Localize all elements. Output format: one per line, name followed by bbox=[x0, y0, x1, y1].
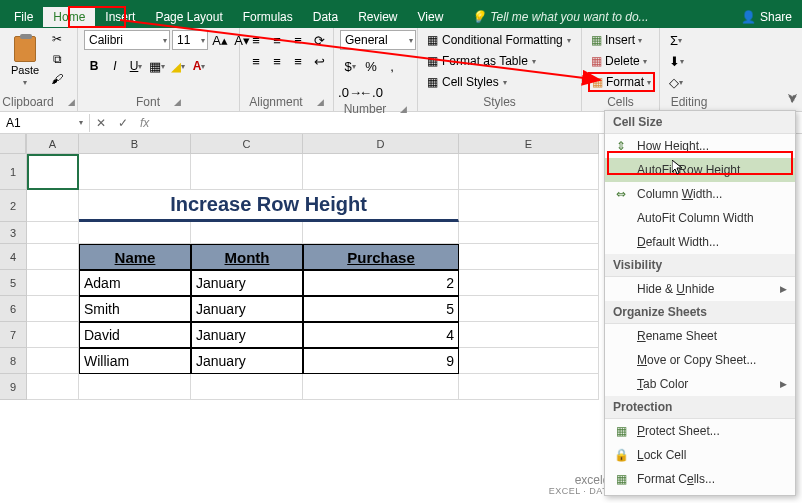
row-header[interactable]: 7 bbox=[0, 322, 26, 348]
col-header[interactable]: D bbox=[303, 134, 459, 154]
dialog-launcher-icon[interactable]: ◢ bbox=[400, 104, 407, 114]
row-header[interactable]: 2 bbox=[0, 190, 26, 222]
border-button[interactable]: ▦▾ bbox=[147, 56, 167, 76]
tell-me-search[interactable]: 💡Tell me what you want to do... bbox=[471, 10, 648, 24]
cell[interactable] bbox=[459, 190, 599, 222]
row-header[interactable]: 8 bbox=[0, 348, 26, 374]
tab-formulas[interactable]: Formulas bbox=[233, 7, 303, 27]
cell[interactable]: Smith bbox=[79, 296, 191, 322]
cells-format-button[interactable]: ▦Format▾ bbox=[588, 72, 655, 92]
number-format-combo[interactable]: General▾ bbox=[340, 30, 416, 50]
select-all-corner[interactable] bbox=[0, 134, 26, 154]
align-top-button[interactable]: ≡ bbox=[246, 30, 266, 50]
table-header[interactable]: Month bbox=[191, 244, 303, 270]
fx-icon[interactable]: fx bbox=[134, 116, 149, 130]
cell[interactable]: 4 bbox=[303, 322, 459, 348]
cell[interactable]: January bbox=[191, 322, 303, 348]
cell[interactable] bbox=[459, 270, 599, 296]
menu-hide-unhide[interactable]: ·Hide & Unhide▶ bbox=[605, 277, 795, 301]
cell[interactable] bbox=[27, 348, 79, 374]
cell[interactable]: January bbox=[191, 270, 303, 296]
cells-delete-button[interactable]: ▦Delete▾ bbox=[588, 51, 655, 71]
cell[interactable]: 5 bbox=[303, 296, 459, 322]
format-painter-button[interactable]: 🖌 bbox=[48, 70, 66, 88]
row-header[interactable]: 9 bbox=[0, 374, 26, 400]
cell[interactable]: David bbox=[79, 322, 191, 348]
pin-ribbon-icon[interactable]: ⮟ bbox=[787, 92, 798, 104]
accounting-button[interactable]: $▾ bbox=[340, 56, 360, 76]
menu-rename-sheet[interactable]: ·Rename Sheet bbox=[605, 324, 795, 348]
menu-move-copy-sheet[interactable]: ·Move or Copy Sheet... bbox=[605, 348, 795, 372]
col-header[interactable]: E bbox=[459, 134, 599, 154]
format-as-table-button[interactable]: ▦Format as Table▾ bbox=[424, 51, 574, 71]
dialog-launcher-icon[interactable]: ◢ bbox=[174, 97, 181, 107]
tab-view[interactable]: View bbox=[408, 7, 454, 27]
orientation-button[interactable]: ⟳ bbox=[309, 30, 329, 50]
cell[interactable]: Adam bbox=[79, 270, 191, 296]
row-header[interactable]: 1 bbox=[0, 154, 26, 190]
italic-button[interactable]: I bbox=[105, 56, 125, 76]
row-header[interactable]: 6 bbox=[0, 296, 26, 322]
table-header[interactable]: Name bbox=[79, 244, 191, 270]
cell[interactable] bbox=[79, 222, 191, 244]
cell[interactable] bbox=[459, 348, 599, 374]
cell[interactable] bbox=[27, 322, 79, 348]
underline-button[interactable]: U▾ bbox=[126, 56, 146, 76]
row-header[interactable]: 3 bbox=[0, 222, 26, 244]
comma-button[interactable]: , bbox=[382, 56, 402, 76]
conditional-formatting-button[interactable]: ▦Conditional Formatting▾ bbox=[424, 30, 574, 50]
cut-button[interactable]: ✂ bbox=[48, 30, 66, 48]
menu-autofit-column-width[interactable]: ·AutoFit Column Width bbox=[605, 206, 795, 230]
cell[interactable] bbox=[191, 222, 303, 244]
menu-protect-sheet[interactable]: ▦Protect Sheet... bbox=[605, 419, 795, 443]
cell-styles-button[interactable]: ▦Cell Styles▾ bbox=[424, 72, 574, 92]
menu-column-width[interactable]: ⇔Column Width... bbox=[605, 182, 795, 206]
tab-review[interactable]: Review bbox=[348, 7, 407, 27]
decrease-decimal-button[interactable]: ←.0 bbox=[361, 82, 381, 102]
share-button[interactable]: 👤Share bbox=[741, 10, 792, 24]
cell[interactable] bbox=[459, 374, 599, 400]
clear-button[interactable]: ◇▾ bbox=[666, 72, 686, 92]
cell[interactable] bbox=[303, 154, 459, 190]
cell[interactable] bbox=[303, 374, 459, 400]
increase-font-button[interactable]: A▴ bbox=[210, 30, 230, 50]
cell[interactable] bbox=[27, 296, 79, 322]
font-name-combo[interactable]: Calibri▾ bbox=[84, 30, 170, 50]
cell[interactable] bbox=[459, 244, 599, 270]
cell[interactable] bbox=[191, 154, 303, 190]
font-size-combo[interactable]: 11▾ bbox=[172, 30, 208, 50]
align-middle-button[interactable]: ≡ bbox=[267, 30, 287, 50]
tab-pagelayout[interactable]: Page Layout bbox=[145, 7, 232, 27]
align-left-button[interactable]: ≡ bbox=[246, 51, 266, 71]
tab-insert[interactable]: Insert bbox=[95, 7, 145, 27]
cell[interactable]: January bbox=[191, 348, 303, 374]
tab-data[interactable]: Data bbox=[303, 7, 348, 27]
increase-decimal-button[interactable]: .0→ bbox=[340, 82, 360, 102]
enter-button[interactable]: ✓ bbox=[112, 116, 134, 130]
cell[interactable]: William bbox=[79, 348, 191, 374]
menu-default-width[interactable]: ·Default Width... bbox=[605, 230, 795, 254]
name-box[interactable]: A1▾ bbox=[0, 114, 90, 132]
font-color-button[interactable]: A▾ bbox=[189, 56, 209, 76]
menu-autofit-row-height[interactable]: ·AutoFit Row Height bbox=[605, 158, 795, 182]
percent-button[interactable]: % bbox=[361, 56, 381, 76]
dialog-launcher-icon[interactable]: ◢ bbox=[68, 97, 75, 107]
sheet-title[interactable]: Increase Row Height bbox=[79, 190, 459, 222]
tab-home[interactable]: Home bbox=[43, 7, 95, 27]
menu-format-cells[interactable]: ▦Format Cells... bbox=[605, 467, 795, 491]
fill-color-button[interactable]: ◢▾ bbox=[168, 56, 188, 76]
align-center-button[interactable]: ≡ bbox=[267, 51, 287, 71]
cell[interactable] bbox=[303, 222, 459, 244]
bold-button[interactable]: B bbox=[84, 56, 104, 76]
table-header[interactable]: Purchase bbox=[303, 244, 459, 270]
menu-row-height[interactable]: ⇕How Height... bbox=[605, 134, 795, 158]
cell[interactable] bbox=[27, 374, 79, 400]
cell[interactable] bbox=[79, 154, 191, 190]
copy-button[interactable]: ⧉ bbox=[48, 50, 66, 68]
cell[interactable] bbox=[27, 190, 79, 222]
tab-file[interactable]: File bbox=[4, 7, 43, 27]
cell[interactable]: 2 bbox=[303, 270, 459, 296]
col-header[interactable]: C bbox=[191, 134, 303, 154]
cells-insert-button[interactable]: ▦Insert▾ bbox=[588, 30, 655, 50]
cell[interactable] bbox=[459, 222, 599, 244]
